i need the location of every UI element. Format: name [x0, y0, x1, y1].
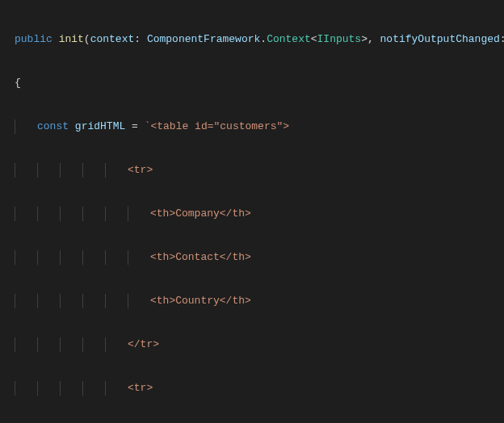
param-context: context: [90, 33, 135, 45]
code-line[interactable]: <th>Country</th>: [0, 294, 504, 308]
html-tr: <tr>: [128, 382, 153, 394]
brace-open: {: [15, 77, 21, 89]
html-th: <th>Contact</th>: [150, 251, 251, 263]
code-line[interactable]: public init(context: ComponentFramework.…: [0, 32, 504, 47]
code-editor[interactable]: public init(context: ComponentFramework.…: [0, 0, 504, 423]
param-notify: notifyOutputChanged: [380, 33, 500, 45]
var-gridhtml: gridHTML: [75, 120, 125, 132]
html-tr-close: </tr>: [128, 338, 159, 350]
code-line[interactable]: </tr>: [0, 337, 504, 352]
html-th: <th>Company</th>: [150, 207, 251, 220]
code-line[interactable]: const gridHTML = `<table id="customers">: [0, 119, 504, 134]
method-name: init: [59, 33, 84, 45]
keyword-const: const: [37, 120, 69, 132]
code-line[interactable]: <tr>: [0, 381, 504, 396]
type-generic: IInputs: [317, 33, 362, 45]
code-line[interactable]: {: [0, 76, 504, 90]
keyword-public: public: [15, 33, 52, 45]
type-namespace: ComponentFramework: [147, 33, 260, 45]
code-line[interactable]: <tr>: [0, 163, 504, 178]
code-line[interactable]: <th>Company</th>: [0, 207, 504, 221]
html-tr: <tr>: [128, 164, 153, 176]
html-th: <th>Country</th>: [150, 295, 251, 307]
template-literal: `<table id="customers">: [145, 120, 289, 132]
code-line[interactable]: <th>Contact</th>: [0, 250, 504, 265]
type-context: Context: [267, 33, 311, 45]
